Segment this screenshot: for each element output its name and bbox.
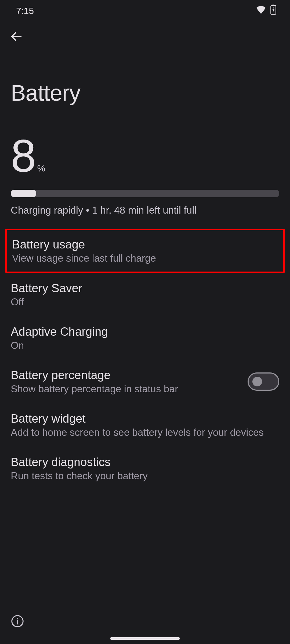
row-battery-diagnostics[interactable]: Battery diagnostics Run tests to check y… [0,447,290,490]
row-battery-percentage[interactable]: Battery percentage Show battery percenta… [0,360,290,403]
row-subtitle: Run tests to check your battery [11,470,279,482]
charging-status-text: Charging rapidly • 1 hr, 48 min left unt… [0,197,290,216]
highlight-box: Battery usage View usage since last full… [5,229,285,273]
row-battery-usage[interactable]: Battery usage View usage since last full… [7,230,283,272]
row-title: Battery widget [11,412,279,425]
battery-charging-icon [270,5,277,17]
row-subtitle: Show battery percentage in status bar [11,383,240,395]
battery-percent-number: 8 [11,133,35,178]
battery-percent-display: 8 % [0,106,290,178]
settings-list: Battery usage View usage since last full… [0,216,290,490]
battery-percent-symbol: % [35,163,45,176]
app-bar [0,21,290,45]
toggle-knob [252,377,262,386]
page-title: Battery [0,45,290,106]
gesture-nav-bar[interactable] [110,637,180,640]
row-subtitle: View usage since last full charge [12,253,278,264]
row-title: Adaptive Charging [11,325,279,338]
row-title: Battery diagnostics [11,455,279,469]
row-title: Battery usage [12,238,278,251]
battery-progress-bar [11,190,279,197]
back-button[interactable] [8,29,24,45]
wifi-icon [256,5,266,16]
svg-rect-1 [272,5,274,6]
status-icons [256,5,277,17]
arrow-left-icon [10,30,23,44]
row-battery-widget[interactable]: Battery widget Add to home screen to see… [0,403,290,447]
battery-percentage-toggle[interactable] [248,372,279,391]
battery-progress-fill [11,190,36,197]
row-title: Battery percentage [11,368,240,382]
row-subtitle: Off [11,297,279,308]
row-battery-saver[interactable]: Battery Saver Off [0,273,290,316]
status-time: 7:15 [16,6,34,16]
info-icon[interactable] [11,614,24,628]
row-adaptive-charging[interactable]: Adaptive Charging On [0,316,290,360]
svg-point-5 [17,618,18,619]
row-subtitle: Add to home screen to see battery levels… [11,427,279,438]
row-title: Battery Saver [11,281,279,295]
status-bar: 7:15 [0,0,290,21]
row-subtitle: On [11,340,279,351]
